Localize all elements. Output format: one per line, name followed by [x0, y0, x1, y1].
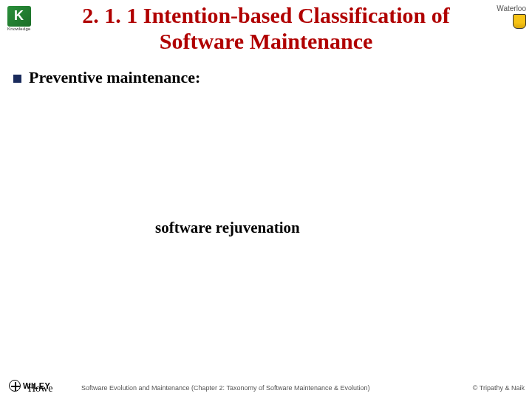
shield-icon — [513, 14, 526, 29]
title-line-1: 2. 1. 1 Intention-based Classification o… — [82, 3, 450, 27]
bullet-heading: Preventive maintenance: — [29, 68, 200, 87]
footer-right-text: © Tripathy & Naik — [473, 384, 525, 392]
knowledge-logo: Knowledge — [7, 6, 43, 35]
knowledge-logo-text: Knowledge — [7, 27, 43, 31]
wiley-icon — [9, 380, 21, 392]
k-icon — [7, 6, 31, 27]
waterloo-logo: Waterloo — [482, 4, 526, 34]
footer: WILEY Howe Software Evolution and Mainte… — [0, 377, 532, 396]
slide: Knowledge Waterloo 2. 1. 1 Intention-bas… — [0, 0, 532, 399]
waterloo-logo-text: Waterloo — [482, 4, 526, 13]
footer-center-text: Software Evolution and Maintenance (Chap… — [81, 384, 370, 392]
slide-title: 2. 1. 1 Intention-based Classification o… — [44, 3, 488, 54]
mid-phrase: software rejuvenation — [155, 219, 300, 237]
title-line-2: Software Maintenance — [160, 29, 373, 53]
bullet-item: Preventive maintenance: — [13, 68, 519, 87]
howe-label: Howe — [28, 383, 52, 395]
bullet-icon — [13, 75, 21, 83]
